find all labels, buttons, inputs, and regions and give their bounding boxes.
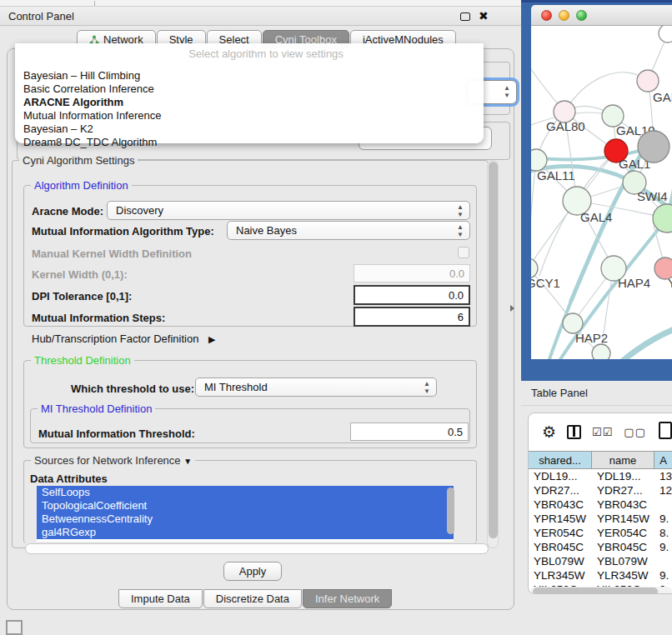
network-canvas[interactable]: GAL7GAL80GAL10GAL1GAL11SWI4GAL4GCY1HAP4Y…	[531, 26, 672, 359]
table-row[interactable]: YBR045CYBR045C9.	[529, 540, 672, 554]
tab-impute-data[interactable]: Impute Data	[118, 589, 203, 608]
settings-scrollbar-thumb[interactable]	[489, 162, 498, 538]
table-cell: 9.	[654, 512, 672, 526]
column-header-shared-name[interactable]: shared...	[529, 452, 592, 468]
screen: Control Panel ✖ Network Style Select Cyn…	[0, 0, 672, 635]
manual-kernel-checkbox[interactable]	[458, 247, 469, 258]
attribute-item[interactable]: TopologicalCoefficient	[37, 499, 454, 512]
minimize-traffic-light-icon[interactable]	[559, 10, 569, 21]
node-label: GAL80	[546, 119, 585, 133]
attributes-horizontal-scrollbar[interactable]	[25, 543, 489, 554]
mi-steps-input[interactable]	[354, 307, 470, 327]
deselect-all-checkboxes-icon[interactable]: ▢▢	[624, 426, 646, 438]
mi-type-label: Mutual Information Algorithm Type:	[32, 225, 214, 238]
tab-label: Impute Data	[131, 592, 190, 605]
mi-type-combobox[interactable]: Naive Bayes ▲▼	[227, 221, 470, 240]
mi-threshold-input[interactable]	[350, 422, 469, 441]
table-cell: YPR145W	[592, 512, 654, 526]
table-cell: YDL19...	[529, 469, 592, 483]
table-cell: YBR043C	[529, 498, 592, 512]
network-window-titlebar[interactable]	[531, 5, 672, 26]
column-header-third[interactable]: A	[654, 452, 672, 468]
table-cell: 12	[654, 483, 672, 498]
table-row[interactable]: YBL079WYBL079W	[529, 554, 672, 568]
network-node[interactable]	[638, 131, 669, 162]
network-graph: GAL7GAL80GAL10GAL1GAL11SWI4GAL4GCY1HAP4Y…	[531, 26, 672, 359]
network-node[interactable]	[653, 204, 672, 232]
network-node[interactable]	[592, 344, 610, 359]
table-cell: YLR345W	[592, 568, 654, 582]
close-icon[interactable]: ✖	[479, 9, 489, 22]
aracne-mode-value: Discovery	[116, 204, 163, 217]
attribute-item[interactable]: gal4RGexp	[37, 526, 454, 539]
algorithm-option[interactable]: ARACNE Algorithm	[15, 96, 484, 109]
algorithm-option[interactable]: Mutual Information Inference	[15, 109, 484, 122]
table-row[interactable]: YER054CYER054C8.	[529, 526, 672, 540]
table-row[interactable]: YDL19...YDL19...13	[529, 469, 672, 483]
chevron-right-icon: ▶	[208, 334, 215, 345]
kernel-width-label: Kernel Width (0,1):	[32, 268, 128, 281]
table-cell: YDR27...	[592, 483, 654, 498]
network-edge[interactable]	[531, 160, 536, 268]
table-row[interactable]: YBR043CYBR043C	[529, 498, 672, 512]
algorithm-dropdown-placeholder[interactable]: Select algorithm to view settings	[15, 43, 484, 60]
chevron-down-icon[interactable]: ▼	[183, 457, 192, 466]
select-all-checkboxes-icon[interactable]: ☑☑	[592, 426, 613, 438]
data-attributes-list[interactable]: SelfLoopsTopologicalCoefficientBetweenne…	[37, 486, 454, 542]
table-row[interactable]: YPR145WYPR145W9.	[529, 512, 672, 526]
control-panel-titlebar: Control Panel ✖	[0, 7, 521, 26]
manual-kernel-label: Manual Kernel Width Definition	[32, 248, 192, 260]
table-cell: YBR043C	[592, 498, 654, 512]
node-label: HAP2	[575, 331, 608, 345]
tab-label: Discretize Data	[216, 592, 289, 605]
apply-label: Apply	[239, 565, 267, 578]
dpi-tolerance-input[interactable]	[354, 285, 470, 305]
gear-icon[interactable]: ⚙	[542, 422, 556, 442]
columns-icon[interactable]	[567, 425, 581, 439]
table-row[interactable]: YDR27...YDR27...12	[529, 483, 672, 498]
node-label: GAL7	[653, 90, 672, 104]
dpi-tolerance-label: DPI Tolerance [0,1]:	[32, 290, 132, 302]
table-hscrollbar-thumb[interactable]	[533, 588, 658, 594]
network-node[interactable]	[659, 26, 672, 42]
kernel-width-input[interactable]	[354, 264, 470, 282]
control-panel-title: Control Panel	[8, 10, 74, 22]
panel-splitter-handle[interactable]	[510, 305, 514, 312]
zoom-traffic-light-icon[interactable]	[576, 10, 587, 21]
float-window-icon[interactable]	[460, 12, 470, 21]
algorithm-option[interactable]: Basic Correlation Inference	[15, 82, 484, 96]
close-traffic-light-icon[interactable]	[541, 10, 552, 21]
attributes-vertical-scrollbar[interactable]	[447, 488, 454, 534]
algorithm-option[interactable]: Dream8 DC_TDC Algorithm	[15, 136, 484, 149]
algorithm-option[interactable]: Bayesian – K2	[15, 122, 484, 136]
stepper-icon: ▲▼	[457, 203, 464, 218]
table-cell: YBR045C	[529, 540, 592, 554]
hub-definition-toggle[interactable]: Hub/Transcription Factor Definition ▶	[32, 332, 215, 345]
attribute-item[interactable]: BetweennessCentrality	[37, 512, 454, 526]
algorithm-option[interactable]: Bayesian – Hill Climbing	[15, 69, 484, 82]
group-title: Cyni Algorithm Settings	[19, 154, 138, 167]
network-node-gal7[interactable]	[637, 70, 659, 92]
node-label: GAL11	[537, 168, 575, 182]
group-title: Threshold Definition	[31, 354, 134, 367]
table-cell: YLR345W	[529, 568, 592, 582]
tab-discretize-data[interactable]: Discretize Data	[203, 589, 302, 608]
table-row[interactable]: YLR345WYLR345W9.	[529, 568, 672, 582]
network-edge[interactable]	[604, 326, 672, 359]
table-panel-titlebar: Table Panel	[521, 381, 672, 406]
table-cell: YER054C	[592, 526, 654, 540]
which-threshold-combobox[interactable]: MI Threshold ▲▼	[195, 378, 437, 397]
column-header-name[interactable]: name	[592, 452, 654, 468]
table-cell: YBR045C	[592, 540, 654, 554]
aracne-mode-combobox[interactable]: Discovery ▲▼	[107, 201, 470, 220]
apply-button[interactable]: Apply	[223, 562, 282, 581]
table-cell: YPR145W	[529, 512, 592, 526]
tab-infer-network[interactable]: Infer Network	[303, 589, 392, 608]
node-label: HAP4	[618, 276, 650, 290]
minimized-panel-icon[interactable]	[6, 620, 23, 635]
attribute-item[interactable]: SelfLoops	[37, 486, 454, 499]
file-icon[interactable]	[659, 422, 672, 439]
table-toolbar: ⚙ ☑☑ ▢▢	[529, 413, 672, 451]
node-label: GCY1	[531, 276, 560, 290]
network-edge[interactable]	[564, 72, 648, 112]
